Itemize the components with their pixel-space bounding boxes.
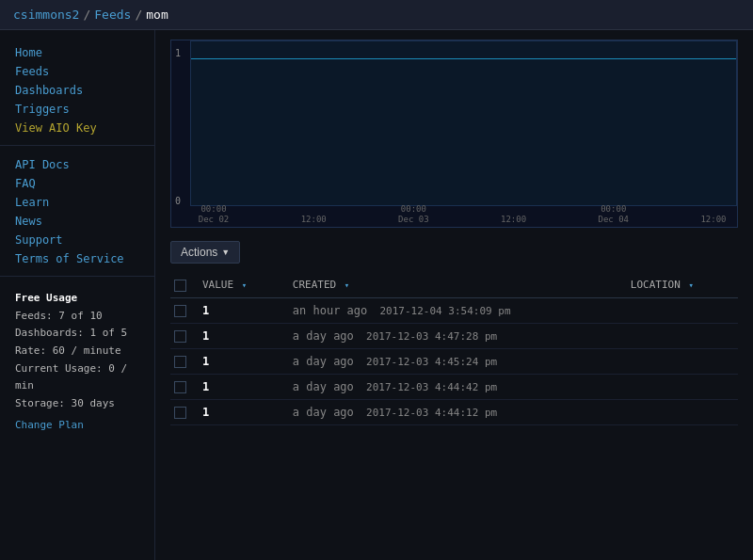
- actions-button-label: Actions: [181, 246, 217, 259]
- breadcrumb-current: mom: [146, 8, 168, 22]
- row-checkbox-col[interactable]: [170, 399, 193, 424]
- sort-created-icon: ▾: [344, 280, 349, 290]
- cell-timestamp: 2017-12-03 4:45:24 pm: [366, 356, 497, 368]
- sidebar-item-triggers[interactable]: Triggers: [0, 100, 154, 119]
- header-value-label: VALUE: [202, 279, 233, 291]
- cell-timestamp: 2017-12-04 3:54:09 pm: [380, 305, 511, 317]
- table-row: 1 a day ago 2017-12-03 4:44:12 pm: [170, 399, 738, 424]
- sidebar-item-feeds[interactable]: Feeds: [0, 62, 154, 81]
- row-checkbox-col[interactable]: [170, 348, 193, 374]
- cell-relative-time: a day ago: [293, 380, 354, 393]
- cell-timestamp: 2017-12-03 4:44:12 pm: [366, 407, 497, 419]
- row-location-cell: [621, 348, 738, 374]
- table-body: 1 an hour ago 2017-12-04 3:54:09 pm 1 a …: [170, 297, 738, 424]
- sort-value-icon: ▾: [242, 280, 247, 290]
- top-bar: csimmons2 / Feeds / mom: [0, 0, 753, 30]
- row-location-cell: [621, 323, 738, 348]
- header-location-label: LOCATION: [631, 279, 681, 291]
- row-value-cell: 1: [193, 323, 283, 348]
- row-checkbox-col[interactable]: [170, 323, 193, 348]
- header-created-label: CREATED: [293, 279, 336, 291]
- row-checkbox[interactable]: [174, 356, 186, 368]
- breadcrumb: csimmons2 / Feeds / mom: [13, 8, 168, 22]
- cell-timestamp: 2017-12-03 4:44:42 pm: [366, 381, 497, 393]
- header-location[interactable]: LOCATION ▾: [621, 273, 738, 297]
- sidebar-item-learn[interactable]: Learn: [0, 193, 154, 212]
- cell-relative-time: a day ago: [293, 329, 354, 343]
- cell-relative-time: a day ago: [293, 355, 354, 368]
- data-table: VALUE ▾ CREATED ▾ LOCATION ▾: [170, 273, 738, 425]
- cell-value: 1: [202, 304, 209, 317]
- table-header: VALUE ▾ CREATED ▾ LOCATION ▾: [170, 273, 738, 297]
- header-created[interactable]: CREATED ▾: [283, 273, 621, 297]
- row-checkbox[interactable]: [174, 330, 186, 343]
- sidebar: Home Feeds Dashboards Triggers View AIO …: [0, 30, 155, 560]
- x-tick-0: 00:00 Dec 02: [190, 204, 237, 225]
- chart-y-min: 0: [175, 196, 181, 206]
- row-checkbox[interactable]: [174, 305, 186, 317]
- x-tick-4: 00:00 Dec 04: [590, 204, 637, 225]
- change-plan-link[interactable]: Change Plan: [15, 417, 139, 435]
- breadcrumb-user[interactable]: csimmons2: [13, 8, 79, 22]
- row-created-cell: a day ago 2017-12-03 4:47:28 pm: [283, 323, 621, 348]
- sort-location-icon: ▾: [688, 280, 693, 290]
- usage-dashboards: Dashboards: 1 of 5: [15, 327, 127, 339]
- row-value-cell: 1: [193, 297, 283, 323]
- sidebar-secondary-section: API Docs FAQ Learn News Support Terms of…: [0, 152, 154, 277]
- usage-rate: Rate: 60 / minute: [15, 344, 121, 357]
- cell-value: 1: [202, 329, 209, 343]
- row-location-cell: [621, 399, 738, 424]
- cell-relative-time: a day ago: [293, 406, 354, 419]
- breadcrumb-feeds[interactable]: Feeds: [94, 8, 131, 22]
- table-row: 1 an hour ago 2017-12-04 3:54:09 pm: [170, 297, 738, 323]
- chart-x-axis: 00:00 Dec 02 12:00 00:00 Dec 03 12:00 00…: [190, 206, 737, 227]
- row-checkbox[interactable]: [174, 407, 186, 419]
- sidebar-item-tos[interactable]: Terms of Service: [0, 249, 154, 268]
- main-layout: Home Feeds Dashboards Triggers View AIO …: [0, 30, 753, 560]
- cell-value: 1: [202, 380, 209, 393]
- row-value-cell: 1: [193, 399, 283, 424]
- actions-caret-icon: ▼: [221, 248, 230, 257]
- header-checkbox-col[interactable]: [170, 273, 193, 297]
- row-checkbox[interactable]: [174, 381, 186, 393]
- actions-bar: Actions ▼: [170, 241, 738, 264]
- row-value-cell: 1: [193, 374, 283, 399]
- row-created-cell: a day ago 2017-12-03 4:44:42 pm: [283, 374, 621, 399]
- sidebar-item-aio-key[interactable]: View AIO Key: [0, 119, 154, 137]
- table-row: 1 a day ago 2017-12-03 4:45:24 pm: [170, 348, 738, 374]
- chart-y-max: 1: [175, 48, 181, 58]
- x-tick-3: 12:00: [490, 215, 537, 225]
- chart-container: 1 0 00:00 Dec 02 12:00 00:00 Dec 03: [170, 40, 738, 228]
- chart-data-line: [191, 58, 736, 59]
- breadcrumb-sep-2: /: [135, 8, 142, 22]
- sidebar-item-dashboards[interactable]: Dashboards: [0, 81, 154, 100]
- sidebar-item-news[interactable]: News: [0, 212, 154, 231]
- chart-plot: [190, 40, 737, 206]
- x-tick-1: 12:00: [290, 215, 337, 225]
- sidebar-item-faq[interactable]: FAQ: [0, 174, 154, 193]
- usage-title: Free Usage: [15, 292, 77, 304]
- row-checkbox-col[interactable]: [170, 297, 193, 323]
- x-tick-5: 12:00: [690, 215, 737, 225]
- cell-value: 1: [202, 406, 209, 419]
- row-value-cell: 1: [193, 348, 283, 374]
- cell-value: 1: [202, 355, 209, 368]
- sidebar-item-api-docs[interactable]: API Docs: [0, 155, 154, 174]
- row-created-cell: a day ago 2017-12-03 4:44:12 pm: [283, 399, 621, 424]
- usage-storage: Storage: 30 days: [15, 397, 115, 409]
- cell-timestamp: 2017-12-03 4:47:28 pm: [366, 330, 497, 343]
- row-created-cell: a day ago 2017-12-03 4:45:24 pm: [283, 348, 621, 374]
- sidebar-usage: Free Usage Feeds: 7 of 10 Dashboards: 1 …: [0, 282, 154, 442]
- cell-relative-time: an hour ago: [293, 304, 367, 317]
- usage-feeds: Feeds: 7 of 10: [15, 310, 103, 322]
- header-value[interactable]: VALUE ▾: [193, 273, 283, 297]
- row-location-cell: [621, 374, 738, 399]
- select-all-checkbox[interactable]: [174, 280, 186, 292]
- x-tick-2: 00:00 Dec 03: [390, 204, 437, 225]
- usage-current: Current Usage: 0 / min: [15, 362, 127, 392]
- row-checkbox-col[interactable]: [170, 374, 193, 399]
- breadcrumb-sep-1: /: [83, 8, 90, 22]
- sidebar-item-support[interactable]: Support: [0, 231, 154, 249]
- sidebar-item-home[interactable]: Home: [0, 43, 154, 62]
- actions-button[interactable]: Actions ▼: [170, 241, 240, 264]
